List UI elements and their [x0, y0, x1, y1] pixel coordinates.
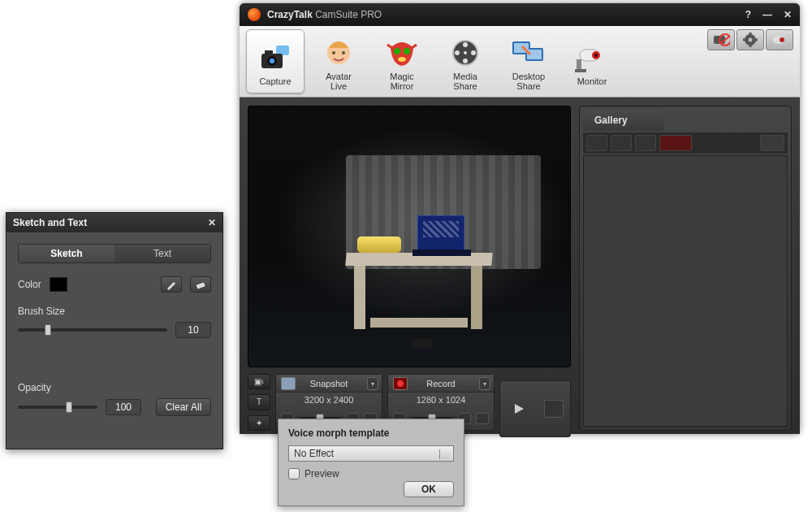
main-window: CrazyTalk CamSuite PRO ? — ✕ Capture Ava…	[240, 3, 800, 434]
help-button[interactable]: ?	[745, 9, 751, 20]
clear-all-button[interactable]: Clear All	[156, 398, 211, 416]
title-brand: CrazyTalk	[267, 9, 313, 20]
gallery-title: Gallery	[594, 115, 628, 126]
gallery-panel: Gallery	[579, 106, 792, 431]
snapshot-dropdown[interactable]: ▾	[367, 377, 378, 390]
svg-point-10	[404, 48, 410, 54]
text-overlay-button[interactable]: T	[248, 394, 270, 410]
brush-size-label: Brush Size	[18, 306, 211, 317]
scene-laptop	[417, 215, 464, 253]
title-product: CamSuite PRO	[315, 9, 382, 20]
svg-point-8	[342, 51, 345, 54]
main-toolbar: Capture Avatar Live Magic Mirror Media S…	[240, 26, 800, 98]
gallery-youtube-button[interactable]	[659, 135, 692, 151]
gallery-toolbar	[583, 132, 788, 154]
tab-desktop-share-label: Desktop Share	[512, 72, 545, 91]
gallery-body[interactable]	[583, 155, 788, 427]
camera-icon	[257, 41, 293, 75]
content-area: ▣‹ T ✦ Snapshot ▾ 3200 x 2400	[240, 98, 800, 434]
window-title: CrazyTalk CamSuite PRO	[267, 9, 382, 20]
gallery-view-toggle[interactable]	[760, 135, 784, 151]
svg-point-15	[471, 50, 476, 55]
sketch-close-button[interactable]: ✕	[208, 217, 216, 228]
svg-point-18	[464, 51, 467, 54]
record-title[interactable]: Record	[426, 379, 455, 388]
video-preview[interactable]	[248, 106, 571, 367]
settings-button[interactable]	[736, 29, 764, 50]
brush-size-slider[interactable]	[18, 328, 167, 332]
record-dropdown[interactable]: ▾	[479, 377, 490, 390]
text-tab[interactable]: Text	[114, 245, 210, 263]
svg-point-17	[455, 50, 460, 55]
svg-point-16	[463, 59, 468, 63]
mask-icon	[384, 36, 420, 70]
scene-toy-car	[357, 236, 401, 253]
voice-morph-selected: No Effect	[294, 448, 334, 459]
svg-point-14	[463, 42, 468, 47]
opacity-value[interactable]: 100	[106, 399, 141, 415]
library-button[interactable]	[544, 400, 564, 418]
chevron-down-icon	[442, 451, 448, 458]
effects-button[interactable]: ✦	[248, 415, 270, 431]
gallery-tab[interactable]: Gallery	[583, 110, 664, 131]
preview-label: Preview	[304, 468, 339, 479]
svg-point-25	[594, 54, 598, 57]
tab-monitor[interactable]: Monitor	[563, 29, 621, 93]
svg-point-38	[780, 37, 784, 42]
color-swatch[interactable]	[50, 277, 67, 292]
close-button[interactable]: ✕	[784, 9, 792, 20]
snapshot-resolution[interactable]: 3200 x 2400	[276, 393, 382, 407]
film-reel-icon	[447, 36, 483, 70]
svg-rect-5	[265, 50, 273, 54]
svg-point-32	[749, 38, 753, 42]
gallery-delete-button[interactable]	[611, 135, 632, 151]
tab-magic-mirror[interactable]: Magic Mirror	[373, 29, 431, 93]
snapshot-thumb-icon	[281, 377, 296, 390]
voice-morph-select[interactable]: No Effect	[288, 445, 454, 462]
screen-icon[interactable]	[476, 413, 489, 424]
tab-media-share-label: Media Share	[453, 72, 477, 91]
brush-tool-button[interactable]	[161, 276, 182, 293]
brush-size-value[interactable]: 10	[175, 322, 211, 338]
preview-checkbox[interactable]	[288, 468, 300, 479]
record-dot-icon	[393, 377, 408, 390]
gallery-email-button[interactable]	[635, 135, 656, 151]
sketch-window: Sketch and Text ✕ Sketch Text Color Brus…	[6, 212, 223, 449]
svg-rect-27	[575, 69, 586, 72]
record-resolution[interactable]: 1280 x 1024	[388, 393, 494, 407]
eraser-tool-button[interactable]	[190, 276, 211, 293]
svg-point-11	[398, 57, 406, 62]
tab-media-share[interactable]: Media Share	[436, 29, 495, 93]
play-button[interactable]	[508, 397, 530, 420]
monitors-icon	[511, 36, 546, 70]
cctv-icon	[574, 41, 610, 75]
svg-rect-40	[197, 282, 205, 289]
svg-rect-26	[577, 59, 581, 71]
scene-mouse	[411, 339, 434, 349]
tab-monitor-label: Monitor	[577, 76, 607, 86]
face-icon	[321, 36, 356, 70]
voice-morph-title: Voice morph template	[288, 427, 454, 439]
sketch-tab[interactable]: Sketch	[19, 245, 114, 263]
color-label: Color	[18, 279, 41, 290]
playback-strip	[499, 380, 571, 437]
gallery-open-button[interactable]	[586, 135, 607, 151]
minimize-button[interactable]: —	[762, 9, 772, 20]
svg-marker-39	[515, 404, 524, 414]
no-camera-button[interactable]	[707, 29, 735, 50]
camera-source-button[interactable]	[766, 29, 793, 50]
svg-point-4	[270, 59, 274, 63]
tab-capture[interactable]: Capture	[246, 29, 304, 93]
ok-button[interactable]: OK	[404, 481, 454, 497]
titlebar: CrazyTalk CamSuite PRO ? — ✕	[240, 3, 800, 26]
voice-morph-dialog: Voice morph template No Effect Preview O…	[278, 419, 464, 506]
tab-desktop-share[interactable]: Desktop Share	[499, 29, 558, 93]
opacity-slider[interactable]	[18, 406, 97, 409]
tab-capture-label: Capture	[259, 76, 291, 86]
camera-toggle-button[interactable]: ▣‹	[248, 374, 270, 389]
tab-avatar-live[interactable]: Avatar Live	[309, 29, 368, 93]
sketch-window-title[interactable]: Sketch and Text ✕	[6, 213, 222, 232]
svg-point-9	[394, 48, 400, 54]
tab-magic-mirror-label: Magic Mirror	[390, 72, 413, 91]
snapshot-title[interactable]: Snapshot	[310, 379, 348, 388]
